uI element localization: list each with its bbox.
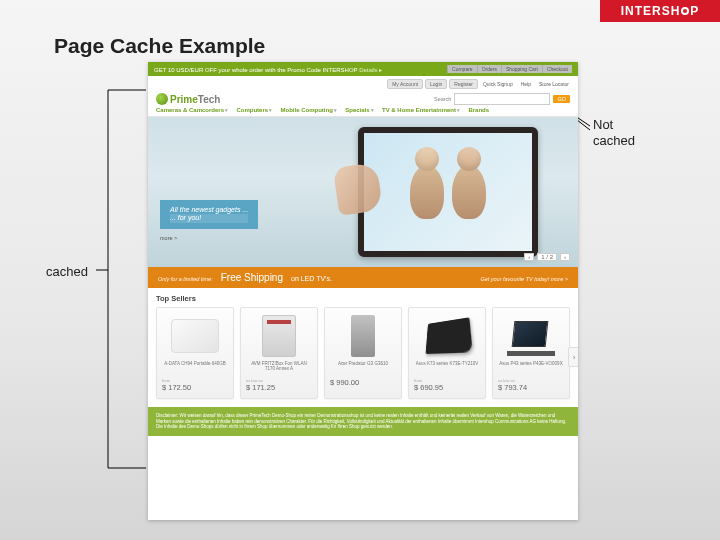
search: Search GO (434, 93, 570, 105)
annotation-cached: cached (46, 264, 88, 279)
product-card[interactable]: Asus K73 series K73E-TY210V from$ 690.95 (408, 307, 486, 399)
product-price: $ 793.74 (498, 383, 527, 392)
nav-mobile[interactable]: Mobile Computing (281, 107, 338, 113)
brand-text-1: INTERSH (621, 4, 681, 18)
shipping-tail: Get your favourite TV today! more (480, 276, 568, 282)
footer-disclaimer: Disclaimer: Wir weisen darauf hin, dass … (148, 407, 578, 436)
product-card[interactable]: A-DATA CH94 Portable 640GB from$ 172.50 (156, 307, 234, 399)
products-next-button[interactable]: › (568, 347, 578, 367)
my-account-button[interactable]: My Account (387, 79, 423, 89)
quick-signup-link[interactable]: Quick Signup (480, 80, 516, 88)
brand-bar: INTERSHP (600, 0, 720, 22)
product-image (262, 315, 296, 357)
nav-specials[interactable]: Specials (345, 107, 374, 113)
shipping-lead: Only for a limited time: (158, 276, 213, 282)
product-price: $ 990.00 (330, 378, 359, 387)
main-nav: Cameras & Camcorders Computers Mobile Co… (148, 107, 578, 117)
shipping-big: Free Shipping (221, 272, 283, 283)
product-name: Acer Predator G3 G3610 (338, 362, 388, 374)
product-price: $ 690.95 (414, 383, 443, 392)
product-card[interactable]: Acer Predator G3 G3610 $ 990.00 (324, 307, 402, 399)
shipping-banner[interactable]: Only for a limited time: Free Shipping o… (148, 267, 578, 288)
promo-link-cart[interactable]: Shopping Cart (501, 65, 542, 73)
register-button[interactable]: Register (449, 79, 478, 89)
hero-callout: All the newest gadgets ... ... for you! (160, 200, 258, 230)
promo-bar: GET 10 USD/EUR OFF your whole order with… (148, 62, 578, 76)
logo-text-prime: Prime (170, 94, 198, 105)
logo-swirl-icon (156, 93, 168, 105)
search-go-button[interactable]: GO (553, 95, 570, 103)
promo-link-checkout[interactable]: Checkout (542, 65, 572, 73)
site-logo[interactable]: PrimeTech (156, 93, 220, 105)
product-name: Asus K73 series K73E-TY210V (416, 362, 479, 374)
product-card[interactable]: Asus P43 series P43E-VO009X as low as$ 7… (492, 307, 570, 399)
hero-more-link[interactable]: more (160, 235, 177, 241)
login-button[interactable]: Login (425, 79, 447, 89)
nav-tv[interactable]: TV & Home Entertainment (382, 107, 460, 113)
header-row: PrimeTech Search GO (148, 89, 578, 107)
hero-line2: ... for you! (170, 214, 248, 223)
hero-pager: ‹ 1 / 2 › (524, 253, 570, 261)
brand-text-2: P (690, 4, 699, 18)
embedded-site-screenshot: GET 10 USD/EUR OFF your whole order with… (148, 62, 578, 520)
promo-link-orders[interactable]: Orders (477, 65, 501, 73)
product-row: A-DATA CH94 Portable 640GB from$ 172.50 … (148, 307, 578, 407)
nav-computers[interactable]: Computers (236, 107, 272, 113)
hero-figure-1 (410, 165, 444, 219)
product-image (351, 315, 375, 357)
promo-details-link[interactable]: Details ▸ (359, 67, 382, 73)
product-image (171, 319, 219, 353)
nav-brands[interactable]: Brands (468, 107, 489, 113)
logo-text-tech: Tech (198, 94, 221, 105)
pager-next-button[interactable]: › (560, 253, 570, 261)
hero-line1: All the newest gadgets ... (170, 206, 248, 213)
help-link[interactable]: Help (518, 80, 534, 88)
product-image (426, 317, 473, 354)
topbar: My Account Login Register Quick Signup H… (148, 76, 578, 89)
shipping-on: on LED TV's. (291, 275, 332, 282)
pager-page: 1 / 2 (537, 253, 557, 261)
search-input[interactable] (454, 93, 550, 105)
store-locator-link[interactable]: Store Locator (536, 80, 572, 88)
product-price: $ 171.25 (246, 383, 275, 392)
product-price: $ 172.50 (162, 383, 191, 392)
product-name: A-DATA CH94 Portable 640GB (164, 362, 226, 374)
product-image (507, 317, 555, 356)
hand-icon (333, 162, 383, 216)
product-name: AVM FRITZ!Box Fon WLAN 7170 Annex A (246, 362, 312, 374)
promo-text: GET 10 USD/EUR OFF your whole order with… (154, 67, 358, 73)
hero-figure-2 (452, 165, 486, 219)
annotation-not-cached: Not cached (593, 117, 635, 150)
nav-cameras[interactable]: Cameras & Camcorders (156, 107, 228, 113)
product-name: Asus P43 series P43E-VO009X (499, 362, 562, 374)
search-label: Search (434, 96, 451, 102)
product-card[interactable]: AVM FRITZ!Box Fon WLAN 7170 Annex A as l… (240, 307, 318, 399)
page-title: Page Cache Example (54, 34, 265, 58)
hero-image (358, 127, 538, 257)
brand-dot-icon (681, 7, 689, 15)
promo-link-compare[interactable]: Compare (447, 65, 477, 73)
hero-banner[interactable]: All the newest gadgets ... ... for you! … (148, 117, 578, 267)
top-sellers-heading: Top Sellers (148, 288, 578, 307)
pager-prev-button[interactable]: ‹ (524, 253, 534, 261)
